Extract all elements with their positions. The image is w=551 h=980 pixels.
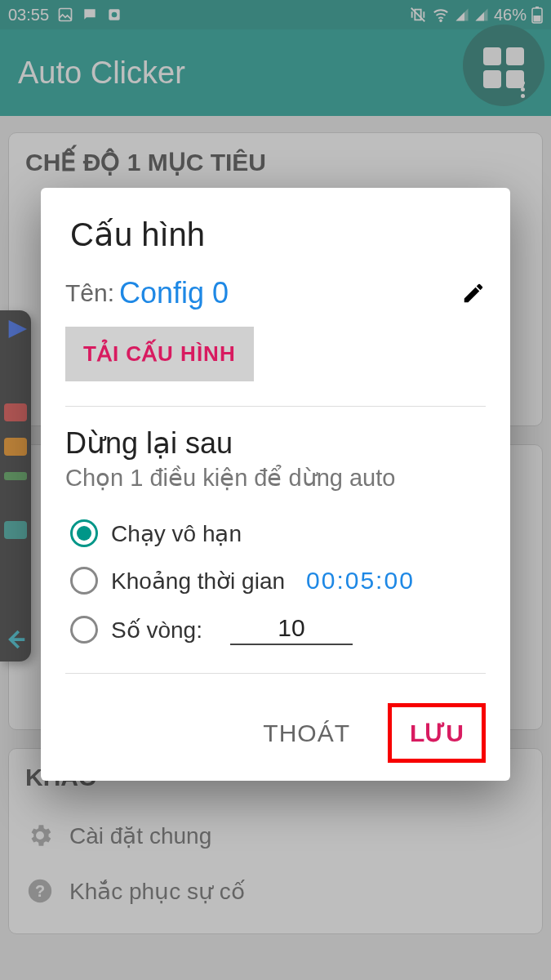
stop-after-title: Dừng lại sau: [65, 426, 486, 461]
divider: [65, 673, 486, 674]
exit-button[interactable]: THOÁT: [250, 708, 363, 759]
config-dialog: Cấu hình Tên: Config 0 TẢI CẤU HÌNH Dừng…: [41, 188, 510, 781]
radio-icon: [70, 616, 98, 644]
radio-label: Khoảng thời gian: [111, 568, 285, 595]
duration-value[interactable]: 00:05:00: [306, 567, 415, 595]
stop-after-subtitle: Chọn 1 điều kiện để dừng auto: [65, 464, 486, 492]
dialog-title: Cấu hình: [70, 216, 486, 253]
radio-label: Số vòng:: [111, 617, 202, 644]
radio-option-duration[interactable]: Khoảng thời gian 00:05:00: [65, 557, 486, 604]
load-config-button[interactable]: TẢI CẤU HÌNH: [65, 327, 254, 381]
radio-icon: [70, 567, 98, 595]
radio-label: Chạy vô hạn: [111, 520, 242, 547]
config-name-label: Tên:: [65, 279, 114, 307]
save-button[interactable]: LƯU: [388, 703, 486, 763]
radio-option-cycles[interactable]: Số vòng: 10: [65, 604, 486, 655]
radio-option-infinite[interactable]: Chạy vô hạn: [65, 510, 486, 557]
divider: [65, 406, 486, 407]
radio-icon: [70, 519, 98, 547]
cycles-value[interactable]: 10: [230, 614, 353, 645]
config-name-value[interactable]: Config 0: [119, 276, 229, 310]
pencil-icon[interactable]: [461, 281, 486, 305]
